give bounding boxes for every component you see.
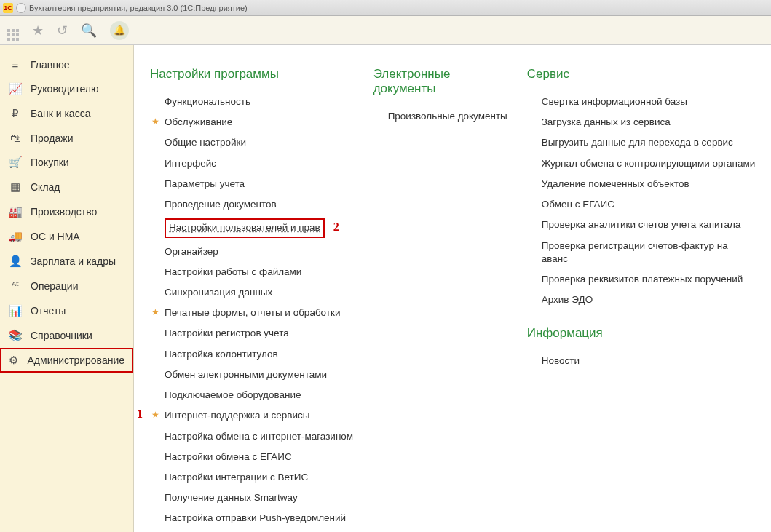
sidebar-item-12[interactable]: ⚙Администрирование	[0, 348, 133, 373]
content-area: Настройки программы Функциональность★Обс…	[134, 45, 771, 532]
search-icon[interactable]: 🔍	[81, 23, 97, 39]
sidebar-icon: 🛒	[9, 156, 22, 169]
notifications-bell-icon[interactable]: 🔔	[110, 21, 129, 40]
list-item[interactable]: Производительность	[150, 529, 359, 532]
list-item-label: Настройки регистров учета	[165, 327, 289, 338]
list-item[interactable]: Проверка аналитики счетов учета капитала	[527, 215, 756, 235]
list-item[interactable]: Подключаемое оборудование	[150, 385, 359, 405]
list-item-label: Функциональность	[165, 96, 250, 107]
list-item-label: Настройки интеграции с ВетИС	[165, 472, 308, 483]
list-item[interactable]: Выгрузить данные для перехода в сервис	[527, 132, 756, 153]
sidebar-item-0[interactable]: ≡Главное	[0, 52, 133, 76]
list-item-label: Интерфейс	[165, 158, 216, 169]
list-item-label: Проверка регистрации счетов-фактур на ав…	[542, 240, 728, 264]
list-item[interactable]: Обмен с ЕГАИС	[527, 194, 756, 215]
section-title-info: Информация	[527, 326, 756, 341]
list-item[interactable]: Настройки регистров учета	[150, 323, 359, 344]
list-item-label: Настройки обмена с ЕГАИС	[165, 451, 292, 462]
list-item-label: Загрузка данных из сервиса	[542, 116, 671, 127]
list-item[interactable]: Проверка регистрации счетов-фактур на ав…	[527, 236, 756, 269]
sidebar: ≡Главное📈Руководителю₽Банк и касса🛍Прода…	[0, 45, 134, 532]
list-item[interactable]: Органайзер	[150, 242, 359, 262]
sidebar-item-7[interactable]: 🚚ОС и НМА	[0, 224, 133, 249]
list-item[interactable]: Настройки пользователей и прав2	[150, 215, 359, 241]
sidebar-item-1[interactable]: 📈Руководителю	[0, 76, 133, 101]
list-item-label: Получение данных Smartway	[165, 492, 298, 503]
sidebar-icon: ≡	[9, 58, 22, 71]
list-item[interactable]: ★Печатные формы, отчеты и обработки	[150, 303, 359, 323]
list-item[interactable]: Свертка информационной базы	[527, 92, 756, 112]
list-item[interactable]: Обмен электронными документами	[150, 365, 359, 385]
apps-grid-icon[interactable]	[7, 20, 19, 41]
list-item-label: Произвольные документы	[388, 111, 507, 122]
info-list: Новости	[527, 351, 756, 371]
sidebar-item-3[interactable]: 🛍Продажи	[0, 126, 133, 150]
list-item[interactable]: Новости	[527, 351, 756, 371]
list-item-label: Подключаемое оборудование	[165, 389, 301, 400]
sidebar-icon: ₽	[9, 107, 22, 120]
sidebar-icon: 🏭	[9, 205, 22, 218]
annotation-2: 2	[333, 221, 339, 233]
list-item[interactable]: Проведение документов	[150, 194, 359, 215]
sidebar-item-8[interactable]: 👤Зарплата и кадры	[0, 249, 133, 274]
sidebar-item-11[interactable]: 📚Справочники	[0, 323, 133, 348]
sidebar-item-label: Руководителю	[31, 83, 98, 95]
list-item[interactable]: Настройки интеграции с ВетИС	[150, 467, 359, 488]
list-item[interactable]: Проверка реквизитов платежных поручений	[527, 269, 756, 290]
star-icon: ★	[151, 409, 159, 421]
list-item[interactable]: Журнал обмена с контролирующими органами	[527, 154, 756, 174]
sidebar-item-label: Операции	[31, 280, 79, 292]
list-item[interactable]: ★Обслуживание	[150, 112, 359, 132]
list-item-label: Интернет-поддержка и сервисы	[165, 410, 309, 421]
top-toolbar: ★ ↺ 🔍 🔔	[0, 16, 771, 45]
list-item[interactable]: Настройка колонтитулов	[150, 344, 359, 365]
app-logo-icon: 1C	[3, 3, 13, 13]
sidebar-item-label: Продажи	[31, 132, 73, 144]
sidebar-item-9[interactable]: ᴬᵗОперации	[0, 274, 133, 298]
list-item[interactable]: Интерфейс	[150, 154, 359, 174]
list-item[interactable]: Настройки обмена с ЕГАИС	[150, 447, 359, 467]
list-item[interactable]: Общие настройки	[150, 132, 359, 153]
sidebar-icon: ▦	[9, 180, 22, 194]
sidebar-icon: 👤	[9, 255, 22, 268]
history-icon[interactable]: ↺	[57, 23, 68, 39]
list-item[interactable]: Получение данных Smartway	[150, 488, 359, 508]
sidebar-item-label: Зарплата и кадры	[31, 255, 116, 267]
list-item[interactable]: Функциональность	[150, 92, 359, 112]
sidebar-icon: 📈	[9, 82, 22, 95]
sidebar-item-5[interactable]: ▦Склад	[0, 175, 133, 199]
list-item-label: Органайзер	[165, 246, 218, 257]
window-title: Бухгалтерия предприятия, редакция 3.0 (1…	[29, 4, 248, 12]
list-item[interactable]: Настройка обмена с интернет-магазином	[150, 426, 359, 447]
section-title-service: Сервис	[527, 67, 756, 82]
list-item[interactable]: ★Интернет-поддержка и сервисы	[150, 405, 359, 426]
star-icon: ★	[151, 116, 159, 127]
sidebar-item-6[interactable]: 🏭Производство	[0, 199, 133, 224]
list-item-label: Удаление помеченных объектов	[542, 178, 689, 189]
list-item[interactable]: Параметры учета	[150, 174, 359, 194]
favorite-star-icon[interactable]: ★	[32, 23, 44, 39]
section-title-edocs: Электронные документы	[373, 67, 513, 96]
list-item-label: Архив ЭДО	[542, 294, 593, 305]
list-item[interactable]: Настройка отправки Push-уведомлений	[150, 508, 359, 528]
sidebar-item-10[interactable]: 📊Отчеты	[0, 298, 133, 323]
list-item[interactable]: Произвольные документы	[373, 106, 513, 127]
nav-back-icon[interactable]	[16, 3, 26, 13]
list-item-label: Проверка реквизитов платежных поручений	[542, 274, 743, 285]
list-item-label: Параметры учета	[165, 178, 245, 189]
list-item-label: Выгрузить данные для перехода в сервис	[542, 137, 733, 148]
list-item[interactable]: Синхронизация данных	[150, 282, 359, 303]
list-item[interactable]: Удаление помеченных объектов	[527, 174, 756, 194]
list-item-label: Настройки пользователей и прав	[165, 218, 325, 237]
list-item-label: Печатные формы, отчеты и обработки	[165, 307, 340, 318]
settings-list: Функциональность★ОбслуживаниеОбщие настр…	[150, 92, 359, 532]
sidebar-item-4[interactable]: 🛒Покупки	[0, 150, 133, 175]
list-item-label: Настройка обмена с интернет-магазином	[165, 431, 353, 442]
list-item[interactable]: Архив ЭДО	[527, 290, 756, 310]
sidebar-icon: 📚	[9, 329, 22, 342]
list-item-label: Настройка колонтитулов	[165, 349, 278, 360]
list-item-label: Проверка аналитики счетов учета капитала	[542, 219, 741, 230]
list-item[interactable]: Настройки работы с файлами	[150, 262, 359, 282]
sidebar-item-2[interactable]: ₽Банк и касса	[0, 101, 133, 126]
list-item[interactable]: Загрузка данных из сервиса	[527, 112, 756, 132]
